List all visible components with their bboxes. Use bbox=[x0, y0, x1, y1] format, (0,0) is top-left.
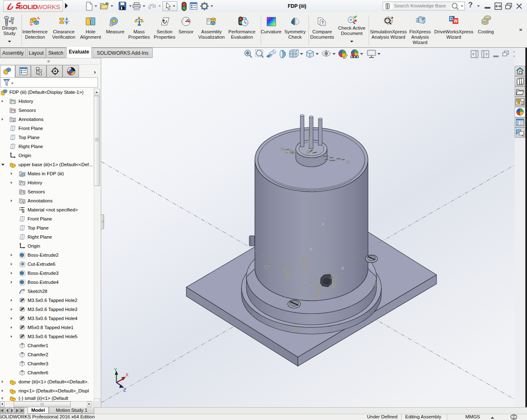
svg-text:W: W bbox=[454, 19, 458, 23]
svg-text:?: ? bbox=[321, 21, 324, 25]
svg-text:#: # bbox=[422, 17, 424, 21]
svg-text:D: D bbox=[450, 16, 453, 21]
svg-text:X: X bbox=[125, 372, 129, 377]
svg-text:WORKS: WORKS bbox=[37, 3, 60, 10]
svg-text:SOLID: SOLID bbox=[19, 3, 37, 10]
svg-text:Y: Y bbox=[114, 367, 117, 372]
svg-text:Z: Z bbox=[123, 388, 126, 392]
